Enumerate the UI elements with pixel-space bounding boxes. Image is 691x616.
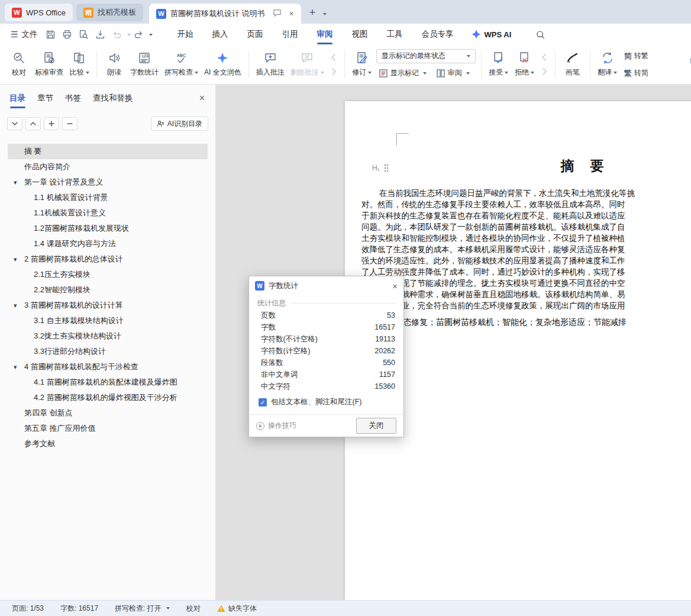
checkbox-checked-icon[interactable]: ✓ (259, 398, 267, 407)
toc-item[interactable]: 第五章 推广应用价值 (8, 421, 208, 436)
delete-comment-button[interactable]: 删除批注 (288, 47, 327, 82)
menu-tab-7[interactable]: 工具 (377, 24, 412, 45)
wps-home-tab[interactable]: W WPS Office (5, 4, 73, 21)
document-text-line: 土夯实模块和智能控制模块，通过各模块的协同作业，不仅提升了植被种植 (361, 233, 691, 244)
sidebar-tab-4[interactable]: 查找和替换 (87, 85, 139, 112)
play-circle-icon (256, 422, 264, 430)
menu-tab-2[interactable]: 插入 (203, 24, 238, 45)
search-icon[interactable] (532, 27, 548, 41)
expand-arrow-icon[interactable]: ▾ (14, 359, 17, 375)
menu-tab-6[interactable]: 视图 (343, 24, 377, 45)
translate-button[interactable]: 翻译 (595, 47, 621, 82)
next-comment-icon[interactable] (327, 66, 340, 77)
page-indicator[interactable]: 页面: 1/53 (12, 604, 44, 614)
print-button[interactable] (60, 27, 75, 41)
toc-item-label: 摘 要 (8, 144, 42, 159)
expand-arrow-icon[interactable]: ▾ (14, 251, 17, 267)
compare-button[interactable]: 比较 (66, 47, 92, 82)
toc-item[interactable]: 2.2智能控制模块 (8, 282, 208, 298)
menu-tab-5[interactable]: 审阅 (308, 24, 343, 45)
toc-item[interactable]: 1.1机械装置设计意义 (8, 205, 208, 221)
toc-item[interactable]: 参考文献 (8, 436, 208, 451)
sidebar-tab-1[interactable]: 目录 (4, 85, 31, 112)
undo-button[interactable] (109, 27, 125, 41)
sidebar-tab-2[interactable]: 章节 (31, 85, 59, 112)
document-text-line: 廉且高效作业，完全符合当前的生态环境修复政策，展现出广阔的市场应用 (361, 300, 691, 311)
toc-item[interactable]: 1.1 机械装置设计背景 (8, 190, 208, 205)
close-document-icon[interactable]: × (289, 9, 294, 18)
decrease-level-button[interactable] (62, 117, 78, 130)
read-aloud-button[interactable]: 朗读 (101, 47, 127, 82)
document-tab[interactable]: W 苗圃树苗移栽机设计 说明书 × (149, 4, 301, 24)
toc-item[interactable]: 2.1压土夯实模块 (8, 267, 208, 282)
sidebar-tab-3[interactable]: 书签 (59, 85, 87, 112)
close-sidebar-icon[interactable]: × (199, 93, 205, 104)
spell-check-button[interactable]: ABC 拼写检查 (162, 47, 201, 82)
redo-chevron-icon[interactable] (147, 30, 153, 39)
toc-item[interactable]: 4.1 苗圃树苗移栽机的装配体建模及爆炸图 (8, 375, 208, 390)
save-button[interactable] (43, 27, 59, 41)
collapse-all-button[interactable] (7, 117, 22, 130)
reject-button[interactable]: 拒绝 (512, 47, 538, 82)
word-count-button[interactable]: 123 字数统计 (127, 47, 162, 82)
tab-list-chevron-icon[interactable] (321, 9, 327, 18)
new-tab-button[interactable]: + (309, 7, 316, 19)
comment-bubble-icon[interactable] (273, 8, 282, 19)
ai-recognize-toc-button[interactable]: AI识别目录 (151, 117, 208, 131)
to-simplified-button[interactable]: 繁 转简 (622, 66, 651, 80)
toc-item[interactable]: 第四章 创新点 (8, 405, 208, 421)
tips-link[interactable]: 操作技巧 (256, 421, 296, 431)
insert-comment-button[interactable]: 插入批注 (253, 47, 288, 82)
missing-font-warning[interactable]: 缺失字体 (217, 604, 257, 614)
spellcheck-toggle[interactable]: 拼写检查: 打开 (115, 604, 170, 614)
word-count-indicator[interactable]: 字数: 16517 (60, 604, 98, 614)
accept-button[interactable]: 接受 (486, 47, 512, 82)
toc-item[interactable]: 3.2拢土夯实模块结构设计 (8, 328, 208, 344)
redo-button[interactable] (131, 27, 147, 41)
restrict-edit-button-partial[interactable] (682, 47, 691, 82)
menu-tab-3[interactable]: 页面 (238, 24, 273, 45)
expand-all-button[interactable] (25, 117, 41, 130)
toc-item[interactable]: 3.1 自主移栽模块结构设计 (8, 313, 208, 328)
toc-item[interactable]: 摘 要 (8, 144, 208, 159)
menu-tab-4[interactable]: 引用 (273, 24, 308, 45)
previous-comment-icon[interactable] (327, 52, 340, 63)
toc-item[interactable]: 3.3行进部分结构设计 (8, 344, 208, 359)
toc-item[interactable]: ▾第一章 设计背景及意义 (8, 175, 208, 190)
toc-item[interactable]: ▾2 苗圃树苗移栽机的总体设计 (8, 251, 208, 267)
export-pdf-button[interactable] (93, 27, 108, 41)
previous-change-icon[interactable] (538, 52, 551, 63)
review-pane-button[interactable]: 审阅 (434, 66, 472, 80)
toc-item[interactable]: 4.2 苗圃树苗移栽机的爆炸视图及干涉分析 (8, 390, 208, 405)
toc-item[interactable]: ▾4 苗圃树苗移栽机装配与干涉检查 (8, 359, 208, 375)
ribbon-review: 校对 标准审查 比较 朗读 123 字数统计 ABC 拼写检查 AI 全文润色 … (0, 45, 691, 85)
show-markup-button[interactable]: 显示标记 (376, 66, 429, 80)
toc-item[interactable]: 1.4 课题研究内容与方法 (8, 236, 208, 251)
close-button[interactable]: 关闭 (356, 418, 396, 434)
include-textboxes-checkbox[interactable]: ✓ 包括文本框、脚注和尾注(F) (259, 397, 395, 407)
undo-chevron-icon[interactable] (125, 30, 131, 39)
to-traditional-button[interactable]: 简 转繁 (622, 49, 651, 63)
menu-tab-8[interactable]: 会员专享 (412, 24, 463, 45)
next-change-icon[interactable] (538, 66, 551, 77)
dialog-title-bar[interactable]: W 字数统计 × (249, 276, 403, 295)
standard-review-button[interactable]: 标准审查 (32, 47, 66, 82)
increase-level-button[interactable] (44, 117, 59, 130)
dialog-close-icon[interactable]: × (392, 281, 398, 291)
file-menu-button[interactable]: ☰ 文件 (6, 24, 43, 45)
wps-ai-button[interactable]: WPS AI (472, 30, 512, 39)
toc-item[interactable]: ▾3 苗圃树苗移栽机的设计计算 (8, 298, 208, 313)
pen-button[interactable]: 画笔 (560, 47, 586, 82)
markup-state-select[interactable]: 显示标记的最终状态 (376, 49, 476, 63)
proofread-button[interactable]: 校对 (6, 47, 32, 82)
expand-arrow-icon[interactable]: ▾ (14, 298, 17, 313)
expand-arrow-icon[interactable]: ▾ (14, 175, 17, 190)
toc-item[interactable]: 1.2苗圃树苗移栽机发展现状 (8, 221, 208, 236)
proofread-status-button[interactable]: 校对 (186, 604, 201, 614)
toc-item[interactable]: 作品内容简介 (8, 159, 208, 175)
docer-template-tab[interactable]: 稻 找稻壳模板 (76, 4, 143, 21)
print-preview-button[interactable] (76, 27, 92, 41)
menu-tab-1[interactable]: 开始 (168, 24, 203, 45)
track-changes-button[interactable]: 修订 (349, 47, 375, 82)
ai-polish-button[interactable]: AI 全文润色 (201, 47, 244, 82)
